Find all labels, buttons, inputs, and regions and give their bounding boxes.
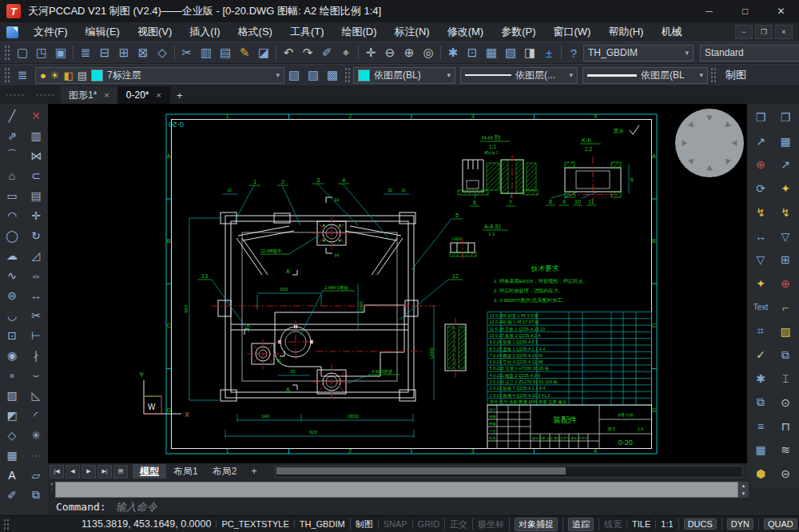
status-dim-style[interactable]: TH_GBDIM: [294, 519, 350, 529]
zoom-out-icon[interactable]: ⊖: [380, 43, 400, 62]
menu-item[interactable]: 窗口(W): [544, 25, 599, 39]
toggle-ortho[interactable]: 正交: [444, 518, 472, 530]
prev-sheet-button[interactable]: ◀: [66, 465, 80, 478]
scrollbar-thumb[interactable]: [276, 467, 566, 474]
gradient-tool[interactable]: ◩: [2, 405, 22, 425]
block-rotate-icon[interactable]: ⟳: [749, 177, 772, 200]
toggle-snap[interactable]: SNAP: [378, 519, 412, 529]
new-file-icon[interactable]: ▢: [13, 43, 32, 62]
dim-style-combo[interactable]: TH_GBDIM ▾: [583, 45, 694, 62]
save-file-icon[interactable]: ▣: [51, 43, 70, 62]
point-tool[interactable]: ∘: [2, 365, 22, 385]
ellipse-tool[interactable]: ⊜: [2, 285, 22, 305]
toolbar-grip[interactable]: [710, 67, 717, 83]
table-tool[interactable]: ▦: [2, 445, 22, 465]
block-editor-tool[interactable]: ⧉: [26, 485, 46, 505]
color-picker-icon[interactable]: ✐: [317, 43, 336, 62]
leader3-icon[interactable]: ↗: [774, 153, 797, 177]
toolbar-separator[interactable]: [358, 46, 359, 60]
roughness-icon[interactable]: ▽: [749, 248, 772, 272]
dim-arrow-icon[interactable]: ↔: [749, 224, 772, 248]
match-properties-icon[interactable]: ◪: [254, 43, 273, 62]
mtext-tool[interactable]: A: [2, 465, 22, 485]
toolbar-grip[interactable]: [5, 93, 26, 97]
layer-plot-printer-icon[interactable]: ▤: [78, 69, 87, 81]
status-app-mode[interactable]: 制图: [350, 518, 378, 530]
stretch-tool[interactable]: ⇔: [26, 265, 46, 285]
toolbar-grip[interactable]: [35, 93, 56, 97]
toolbar-grip[interactable]: ⋯: [26, 445, 46, 465]
close-tab-icon[interactable]: ×: [104, 90, 109, 100]
menu-item[interactable]: 视图(V): [129, 25, 181, 39]
options-gear-icon[interactable]: ✱: [443, 43, 463, 62]
donut-tool[interactable]: ◉: [2, 345, 22, 365]
hatch-tool[interactable]: ▨: [2, 385, 22, 405]
bracket-part-icon[interactable]: ⊓: [774, 415, 797, 439]
extend-tool[interactable]: ⊢: [26, 325, 46, 345]
quick-annotate-icon[interactable]: ↯: [749, 200, 772, 224]
color-combo[interactable]: 依图层(BL) ▾: [353, 67, 455, 84]
layer-previous-icon[interactable]: ▨: [304, 66, 323, 85]
offset-tool[interactable]: ⊂: [26, 165, 46, 185]
join-tool[interactable]: ⌣: [26, 365, 46, 385]
leader-icon[interactable]: ↗: [749, 129, 772, 153]
batch-plot-icon[interactable]: ⊠: [133, 43, 153, 62]
pan-icon[interactable]: ✛: [361, 43, 380, 62]
format-painter-icon[interactable]: ✎: [235, 43, 254, 62]
mdi-restore-button[interactable]: ❐: [755, 25, 773, 39]
scroll-down-icon[interactable]: ▼: [741, 491, 746, 496]
toolbar-separator[interactable]: [440, 46, 441, 60]
close-command-window-icon[interactable]: ×: [50, 480, 54, 487]
tab-add-layout[interactable]: +: [244, 464, 264, 478]
fillet-tool[interactable]: ◜: [26, 405, 46, 425]
toggle-ducs[interactable]: DUCS: [678, 518, 721, 530]
view-3d-icon[interactable]: ◇: [153, 43, 172, 62]
command-input-line[interactable]: Command: 输入命令: [56, 499, 743, 514]
toggle-otrack[interactable]: 追踪: [562, 518, 598, 531]
new-document-tab-button[interactable]: +: [170, 86, 189, 104]
menu-item[interactable]: 标注(N): [386, 25, 439, 39]
undo-icon[interactable]: ↶: [279, 43, 298, 62]
polygon-tool[interactable]: ⌂: [2, 165, 22, 185]
weld-symbol-icon[interactable]: ⌐: [774, 296, 797, 320]
scroll-up-icon[interactable]: ▲: [741, 483, 746, 488]
linetype-combo[interactable]: 依图层(... ▾: [460, 67, 578, 84]
move-tool[interactable]: ✛: [26, 205, 46, 225]
command-history-scrollbar[interactable]: ▲ ▼: [738, 482, 749, 498]
tab-layout2[interactable]: 布局2: [205, 464, 244, 478]
construction-line-tool[interactable]: ⇗: [2, 125, 22, 145]
layer-states-icon[interactable]: ▩: [323, 66, 342, 85]
copy-tool[interactable]: ▥: [26, 125, 46, 145]
lineweight-combo[interactable]: 依图层(BL ▾: [582, 67, 708, 84]
tab-0-20[interactable]: 0-20* ×: [118, 86, 170, 104]
minimize-button[interactable]: ─: [691, 0, 727, 22]
status-text-style[interactable]: PC_TEXTSTYLE: [216, 519, 293, 529]
document-icon[interactable]: [6, 26, 18, 38]
mdi-close-button[interactable]: ×: [775, 25, 793, 39]
toggle-quad[interactable]: QUAD: [758, 518, 799, 530]
circle-tool[interactable]: ◯: [2, 225, 22, 245]
spring-part-icon[interactable]: ≋: [774, 439, 797, 463]
layer-combo[interactable]: ● ☀ ◧ ▤ 7标注层 ▾: [35, 67, 284, 84]
scale-tool[interactable]: ◿: [26, 245, 46, 265]
arc-tool[interactable]: ⌒: [2, 145, 22, 165]
close-button[interactable]: ✕: [763, 0, 799, 22]
properties-panel-icon[interactable]: ▦: [482, 43, 501, 62]
viewport-icon[interactable]: ❒: [749, 105, 772, 129]
command-window-grip[interactable]: ×⋮: [48, 482, 55, 502]
shaft-part-icon[interactable]: ⊝: [774, 462, 797, 486]
trim-tool[interactable]: ✂: [26, 305, 46, 325]
layer-on-bulb-icon[interactable]: ●: [40, 69, 46, 81]
menu-item[interactable]: 机械: [652, 25, 690, 39]
menu-item[interactable]: 格式(S): [229, 25, 281, 39]
chamfer-tool[interactable]: ◺: [26, 385, 46, 405]
toggle-dyn[interactable]: DYN: [721, 518, 758, 530]
toggle-polar[interactable]: 极坐标: [472, 518, 509, 530]
layer-freeze-sun-icon[interactable]: ☀: [50, 69, 60, 81]
pedit-tool[interactable]: ▱: [26, 465, 46, 485]
text-tool[interactable]: Text: [749, 296, 772, 320]
viewport2-icon[interactable]: ❒: [774, 105, 797, 129]
settings-gear-icon[interactable]: ✱: [749, 367, 772, 391]
wand2-icon[interactable]: ✦: [774, 177, 797, 200]
panel-layout-icon[interactable]: ▧: [501, 43, 520, 62]
